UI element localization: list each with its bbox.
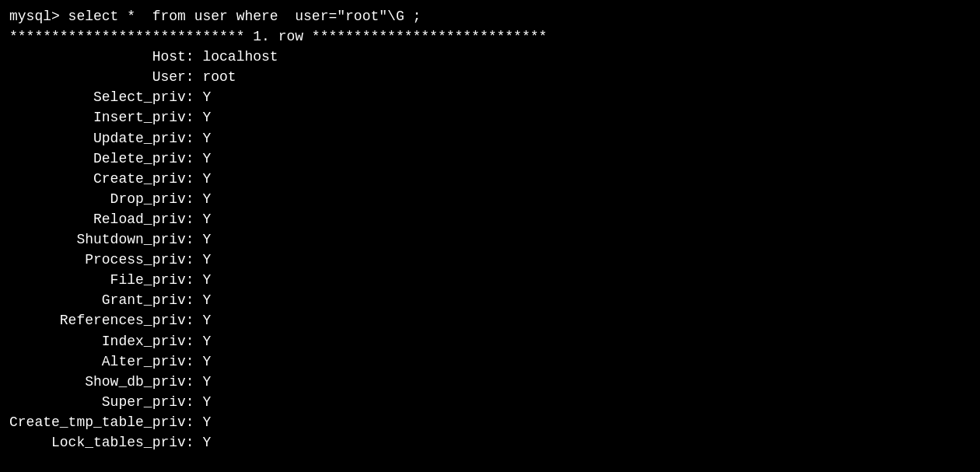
field-row: File_priv: Y <box>9 270 971 290</box>
field-value-text: Y <box>202 169 211 189</box>
terminal-output: mysql> select * from user where user="ro… <box>9 6 971 453</box>
field-name-label: User: <box>9 67 202 87</box>
field-name-label: Process_priv: <box>9 250 202 270</box>
field-value-text: Y <box>202 149 211 169</box>
field-name-label: Host: <box>9 47 202 67</box>
field-value-text: Y <box>202 412 211 432</box>
prompt-line: mysql> select * from user where user="ro… <box>9 6 971 26</box>
field-value-text: Y <box>202 87 211 107</box>
field-name-label: Select_priv: <box>9 87 202 107</box>
field-value-text: Y <box>202 189 211 209</box>
field-value-text: Y <box>202 432 211 453</box>
field-value-text: Y <box>202 310 211 330</box>
field-name-label: Update_priv: <box>9 128 202 149</box>
field-row: Create_priv: Y <box>9 169 971 189</box>
field-row: Grant_priv: Y <box>9 290 971 310</box>
field-name-label: Grant_priv: <box>9 290 202 310</box>
field-row: Drop_priv: Y <box>9 189 971 209</box>
field-value-text: Y <box>202 392 211 412</box>
field-name-label: Shutdown_priv: <box>9 229 202 250</box>
field-name-label: Create_tmp_table_priv: <box>9 412 202 432</box>
field-name-label: Show_db_priv: <box>9 372 202 392</box>
field-name-label: Delete_priv: <box>9 149 202 169</box>
field-name-label: Drop_priv: <box>9 189 202 209</box>
field-value-text: Y <box>202 372 211 392</box>
field-row: Delete_priv: Y <box>9 149 971 169</box>
field-row: Alter_priv: Y <box>9 351 971 372</box>
field-row: References_priv: Y <box>9 310 971 330</box>
field-value-text: Y <box>202 331 211 351</box>
field-row: Insert_priv: Y <box>9 107 971 128</box>
field-row: Update_priv: Y <box>9 128 971 149</box>
field-value-text: Y <box>202 270 211 290</box>
field-name-label: Alter_priv: <box>9 351 202 372</box>
field-row: User: root <box>9 67 971 87</box>
field-value-text: Y <box>202 229 211 250</box>
field-value-text: Y <box>202 290 211 310</box>
field-value-text: root <box>202 67 236 87</box>
field-name-label: Index_priv: <box>9 331 202 351</box>
field-row: Show_db_priv: Y <box>9 372 971 392</box>
field-name-label: Super_priv: <box>9 392 202 412</box>
fields-list: Host: localhost User: root Select_priv: … <box>9 47 971 453</box>
field-name-label: Insert_priv: <box>9 107 202 128</box>
field-row: Shutdown_priv: Y <box>9 229 971 250</box>
field-value-text: Y <box>202 107 211 128</box>
field-name-label: Create_priv: <box>9 169 202 189</box>
field-row: Create_tmp_table_priv: Y <box>9 412 971 432</box>
field-row: Process_priv: Y <box>9 250 971 270</box>
field-name-label: Reload_priv: <box>9 209 202 229</box>
field-value-text: localhost <box>202 47 278 67</box>
field-value-text: Y <box>202 351 211 372</box>
field-name-label: File_priv: <box>9 270 202 290</box>
field-value-text: Y <box>202 128 211 149</box>
field-value-text: Y <box>202 250 211 270</box>
field-row: Reload_priv: Y <box>9 209 971 229</box>
row-separator: **************************** 1. row ****… <box>9 26 971 47</box>
field-row: Select_priv: Y <box>9 87 971 107</box>
field-row: Lock_tables_priv: Y <box>9 432 971 453</box>
field-row: Host: localhost <box>9 47 971 67</box>
field-name-label: Lock_tables_priv: <box>9 432 202 453</box>
field-name-label: References_priv: <box>9 310 202 330</box>
field-row: Super_priv: Y <box>9 392 971 412</box>
field-value-text: Y <box>202 209 211 229</box>
field-row: Index_priv: Y <box>9 331 971 351</box>
